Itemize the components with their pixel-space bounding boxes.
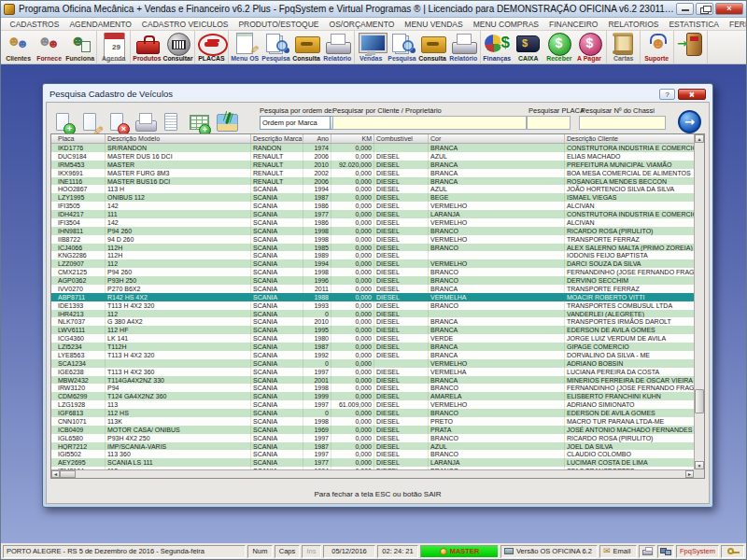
table-row[interactable]: MBW2432T114GA4X2NZ 330SCANIA20010,000DIE… — [51, 376, 694, 385]
menu-item-estatistica[interactable]: ESTATISTICA — [664, 18, 725, 30]
toolbar-button-finan-as[interactable]: Finanças — [482, 31, 513, 63]
table-row[interactable]: IDH4217111SCANIA19770,000DIESELLARANJACO… — [51, 210, 694, 218]
help-button[interactable]: ? — [659, 89, 675, 100]
toolbar-button-caixa[interactable]: CAIXA — [513, 31, 543, 63]
table-row[interactable]: INE1116MASTER BUS16 DCIRENAULT20060,000D… — [51, 177, 694, 186]
table-row[interactable]: IDE1393T113 H 4X2 320SCANIA19930,000DIES… — [51, 301, 694, 310]
toolbar-button-suporte[interactable]: Suporte — [641, 31, 672, 63]
table-row[interactable]: HOO2867113 HSCANIA19940,000DIESELAZULJOÃ… — [51, 185, 694, 193]
titlebar[interactable]: Programa Oficina Mecânica + Vendas e Fin… — [1, 1, 746, 18]
table-row[interactable]: IRM5453MASTERRENAULT201092.020,000DIESEL… — [51, 161, 694, 169]
table-row[interactable]: ICJ4066112HSCANIA19850,000DIESELBRANCOAL… — [51, 244, 694, 252]
column-header-descri-o-modelo[interactable]: Descrição Modelo — [106, 134, 251, 143]
table-row[interactable]: CNN1071113KSCANIA19980,000DIESELPRETOMAC… — [51, 417, 694, 426]
table-row[interactable]: ABP8711R142 HS 4X2SCANIA19880,000DIESELV… — [51, 293, 694, 301]
column-header-ano[interactable]: Ano — [303, 134, 331, 143]
menu-item-ferramentas[interactable]: FERRAMENTAS — [724, 18, 747, 30]
column-header-combust-vel[interactable]: Combustível — [374, 134, 429, 143]
toolbar-button-exit-door[interactable] — [675, 31, 706, 63]
table-row[interactable]: ICG4360LK 141SCANIA19800,000DIESELVERDEJ… — [51, 334, 694, 343]
toolbar-button-funciona[interactable]: Funciona — [64, 31, 95, 63]
plate-search-input[interactable] — [527, 116, 571, 130]
scroll-down-icon[interactable]: ▼ — [695, 461, 704, 469]
menu-item-relatorios[interactable]: RELATORIOS — [603, 18, 664, 30]
table-row[interactable]: LWV6111112 HFSCANIA19950,000DIESELBRANCA… — [51, 326, 694, 334]
table-row[interactable]: IGI5502113 360SCANIA19970,000DIESELBRANC… — [51, 450, 694, 458]
vertical-scroll-thumb[interactable] — [695, 389, 704, 413]
dialog-close-button[interactable]: × — [678, 89, 706, 100]
toolbar-button-consultar[interactable]: Consultar — [162, 31, 193, 63]
table-row[interactable]: HQR7212IMP/SCANIA-VARISSCANIA19870,000DI… — [51, 442, 694, 451]
table-row[interactable]: IIB872294 D 260SCANIA19980,000DIESELVERM… — [51, 235, 694, 244]
table-row[interactable]: IFI3505142SCANIA19860,000DIESELVERMELHOA… — [51, 202, 694, 210]
report-button[interactable] — [161, 110, 184, 136]
column-header-descri-o-marca[interactable]: Descrição Marca — [251, 134, 303, 143]
restore-button[interactable] — [696, 3, 713, 15]
toolbar-button-consulta[interactable]: Consulta — [291, 31, 322, 63]
column-header-km[interactable]: KM — [331, 134, 374, 143]
column-header-descri-o-cliente[interactable]: Descrição Cliente — [565, 134, 694, 143]
new-record-button[interactable] — [52, 110, 76, 136]
toolbar-button-placas[interactable]: PLACAS — [196, 31, 227, 63]
column-header-placa[interactable]: Placa — [51, 134, 106, 143]
column-header-cor[interactable]: Cor — [429, 134, 565, 143]
vertical-scrollbar[interactable]: ▲ ▼ — [694, 134, 704, 469]
table-row[interactable]: LZI5234T112HSCANIA19870,000DIESELBRANCAG… — [51, 343, 694, 351]
table-row[interactable]: IVV0270P270 B6X2SCANIA20110,000DIESELBRA… — [51, 285, 694, 293]
table-row[interactable]: IRW3120P94SCANIA19980,000DIESELBRANCOFER… — [51, 384, 694, 392]
status-network[interactable] — [657, 545, 674, 558]
minimize-button[interactable] — [676, 3, 694, 15]
horizontal-scroll-thumb[interactable] — [60, 470, 76, 478]
exit-button[interactable] — [215, 110, 238, 136]
toolbar-button-pesquisa[interactable]: Pesquisa — [387, 31, 417, 63]
table-row[interactable]: LZZ0907112SCANIA19940,000DIESELVERMELHOD… — [51, 259, 694, 268]
status-email[interactable]: ✉ Email — [599, 545, 637, 558]
toolbar-button-consulta[interactable]: Consulta — [417, 31, 448, 63]
order-select[interactable]: Ordem por Marca ▼ — [260, 116, 342, 130]
menu-item-financeiro[interactable]: FINANCEIRO — [544, 18, 603, 30]
table-row[interactable]: IGL6580P93H 4X2 250SCANIA19970,000DIESEL… — [51, 434, 694, 442]
table-row[interactable]: IKX9691MASTER FURG 8M3RENAULT20020,000DI… — [51, 169, 694, 177]
table-row[interactable]: AEY2695SCANIA LS 111SCANIA19770,000DIESE… — [51, 458, 694, 467]
table-row[interactable]: CDM6299T124 GA4X2NZ 360SCANIA19990,000DI… — [51, 392, 694, 400]
toolbar-button-pesquisa[interactable]: Pesquisa — [261, 31, 291, 63]
status-key[interactable] — [721, 545, 744, 558]
table-row[interactable]: IHN9811P94 260SCANIA19980,000DIESELBRANC… — [51, 227, 694, 235]
table-row[interactable]: DUC9184MASTER DUS 16 DCIRENAULT20060,000… — [51, 152, 694, 161]
print-button[interactable] — [134, 110, 157, 136]
toolbar-button-produtos[interactable]: Produtos — [132, 31, 162, 63]
table-row[interactable]: LZY1995ONIBUS 112SCANIA19870,000DIESELBE… — [51, 193, 694, 202]
toolbar-button-relat-rio[interactable]: Relatório — [448, 31, 479, 63]
status-printer[interactable] — [639, 545, 655, 558]
close-button[interactable]: × — [715, 3, 743, 15]
table-row[interactable]: KNG2286112HSCANIA19890,000DIESELIODONIS … — [51, 251, 694, 259]
table-row[interactable]: SCA1234SCANIA00,000VERMELHOADRIANO BOBSI… — [51, 359, 694, 368]
table-row[interactable]: IKD1776SR/RANDONRANDON19740,000BRANCACON… — [51, 144, 694, 152]
table-row[interactable]: IGF6813112 HSSCANIA00,000DIESELBRANCOEDE… — [51, 409, 694, 417]
menu-item-os-or-amento[interactable]: OS/ORÇAMENTO — [324, 18, 400, 30]
chassis-search-input[interactable] — [579, 116, 666, 130]
search-go-button[interactable]: → — [678, 110, 701, 133]
table-row[interactable]: ICB0409MOTOR CASA/ ONIBUSSCANIA19690,000… — [51, 426, 694, 434]
scroll-left-icon[interactable]: ◄ — [51, 470, 60, 478]
toolbar-button-fornece[interactable]: Fornece — [34, 31, 64, 63]
toolbar-button-menu-os[interactable]: Menu OS — [230, 31, 261, 63]
toolbar-button-clientes[interactable]: Clientes — [3, 31, 34, 63]
table-row[interactable]: IFI3504142SCANIA19860,000DIESELVERMELHOA… — [51, 218, 694, 227]
table-row[interactable]: NLK7037G 380 A4X2SCANIA20100,000DIESELBR… — [51, 317, 694, 326]
menu-item-produto-estoque[interactable]: PRODUTO/ESTOQUE — [233, 18, 324, 30]
table-row[interactable]: CMX2125P94 260SCANIA19980,000DIESELBRANC… — [51, 268, 694, 276]
menu-item-menu-vendas[interactable]: MENU VENDAS — [400, 18, 468, 30]
dialog-titlebar[interactable]: Pesquisa Cadastro de Veículos ? × — [45, 86, 711, 102]
menu-item-menu-compras[interactable]: MENU COMPRAS — [468, 18, 543, 30]
toolbar-button-vendas[interactable]: Vendas — [356, 31, 387, 63]
toolbar-button-relat-rio[interactable]: Relatório — [322, 31, 353, 63]
horizontal-scrollbar[interactable]: ◄ ► — [51, 469, 694, 478]
table-row[interactable]: LZG1928113SCANIA199761.009,000DIESELVERM… — [51, 400, 694, 409]
toolbar-button-agenda[interactable]: 29Agenda — [98, 31, 129, 63]
delete-record-button[interactable] — [106, 110, 130, 136]
scroll-up-icon[interactable]: ▲ — [695, 134, 704, 143]
table-row[interactable]: AGP0362P93H 250SCANIA19960,000DIESELBRAN… — [51, 276, 694, 285]
toolbar-button-receber[interactable]: Receber — [543, 31, 574, 63]
table-row[interactable]: LYE8563T113 H 4X2 320SCANIA19920,000DIES… — [51, 351, 694, 359]
